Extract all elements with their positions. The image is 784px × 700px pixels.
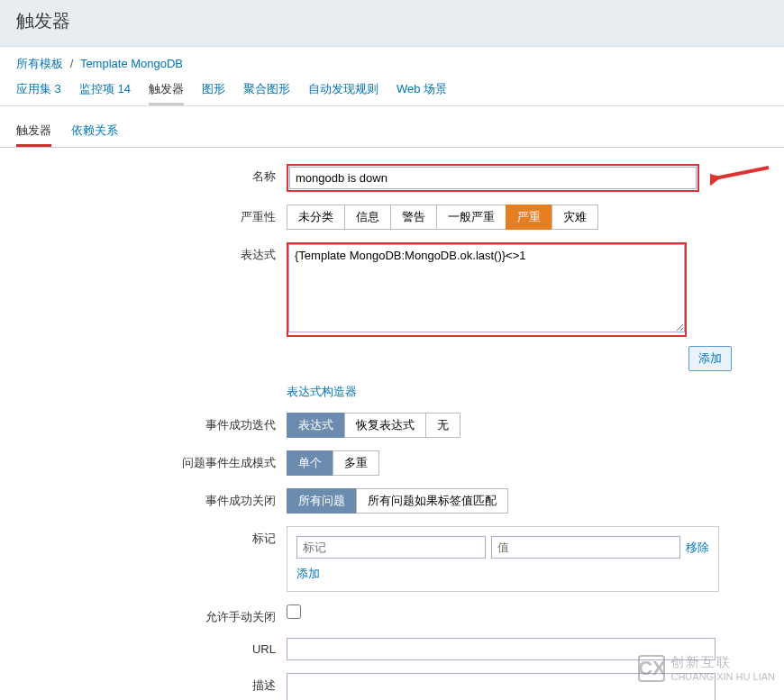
severity-opt-3[interactable]: 一般严重 <box>436 205 506 230</box>
severity-opt-0[interactable]: 未分类 <box>287 205 345 230</box>
name-highlight <box>287 164 699 192</box>
nav-web[interactable]: Web 场景 <box>397 81 447 105</box>
severity-opt-2[interactable]: 警告 <box>390 205 437 230</box>
label-desc: 描述 <box>16 673 287 694</box>
event-ok-iter-segmented: 表达式 恢复表达式 无 <box>287 413 460 438</box>
event-ok-close-segmented: 所有问题 所有问题如果标签值匹配 <box>287 488 508 514</box>
label-severity: 严重性 <box>16 205 287 225</box>
severity-opt-1[interactable]: 信息 <box>344 205 391 230</box>
event-ok-close-0[interactable]: 所有问题 <box>287 488 357 514</box>
event-ok-iter-0[interactable]: 表达式 <box>287 413 345 438</box>
problem-mode-segmented: 单个 多重 <box>287 450 379 476</box>
tag-remove-link[interactable]: 移除 <box>686 540 709 556</box>
breadcrumb-template[interactable]: Template MongoDB <box>80 57 183 70</box>
nav-triggers[interactable]: 触发器 <box>149 81 184 105</box>
annotation-arrow-icon <box>710 162 773 186</box>
svg-line-0 <box>715 168 769 178</box>
sub-tabs: 触发器 依赖关系 <box>0 106 784 148</box>
event-ok-iter-1[interactable]: 恢复表达式 <box>344 413 426 438</box>
tag-value-input[interactable] <box>491 536 680 559</box>
label-tags: 标记 <box>16 526 287 547</box>
page-title: 触发器 <box>16 9 768 33</box>
event-ok-close-1[interactable]: 所有问题如果标签值匹配 <box>356 488 508 514</box>
watermark: CX 创新互联 CHUANG XIN HU LIAN <box>638 654 775 682</box>
tag-name-input[interactable] <box>296 536 486 559</box>
watermark-logo-icon: CX <box>638 655 665 682</box>
expr-highlight <box>287 242 687 337</box>
nav-screens[interactable]: 聚合图形 <box>243 81 290 105</box>
allow-manual-checkbox[interactable] <box>287 605 301 619</box>
nav-links: 应用集 3 监控项 14 触发器 图形 聚合图形 自动发现规则 Web 场景 <box>16 81 768 105</box>
nav-apps[interactable]: 应用集 3 <box>16 81 61 105</box>
breadcrumb-sep: / <box>70 57 74 70</box>
label-allow-manual: 允许手动关闭 <box>16 605 287 625</box>
breadcrumb-all-templates[interactable]: 所有模板 <box>16 57 63 70</box>
watermark-brand: 创新互联 <box>670 654 775 671</box>
label-url: URL <box>16 638 287 656</box>
label-problem-mode: 问题事件生成模式 <box>16 450 287 471</box>
nav-items[interactable]: 监控项 14 <box>79 81 131 105</box>
breadcrumb: 所有模板 / Template MongoDB <box>16 56 768 72</box>
label-event-ok-iter: 事件成功迭代 <box>16 413 287 433</box>
label-name: 名称 <box>16 164 287 185</box>
expression-textarea[interactable] <box>288 244 685 332</box>
trigger-form: 名称 严重性 未分类 信息 警告 一般严重 严重 灾难 表达式 <box>0 148 784 700</box>
subtab-trigger[interactable]: 触发器 <box>16 117 51 147</box>
expr-builder-link[interactable]: 表达式构造器 <box>287 384 357 400</box>
label-expr: 表达式 <box>16 242 287 263</box>
subtab-deps[interactable]: 依赖关系 <box>71 117 118 144</box>
page-header: 触发器 <box>0 0 784 47</box>
problem-mode-0[interactable]: 单个 <box>287 450 333 476</box>
watermark-sub: CHUANG XIN HU LIAN <box>670 671 775 682</box>
nav-bar: 所有模板 / Template MongoDB 应用集 3 监控项 14 触发器… <box>0 47 784 106</box>
severity-opt-4[interactable]: 严重 <box>506 205 552 230</box>
event-ok-iter-2[interactable]: 无 <box>425 413 460 438</box>
tags-container: 移除 添加 <box>287 526 719 592</box>
severity-opt-5[interactable]: 灾难 <box>552 205 598 230</box>
problem-mode-1[interactable]: 多重 <box>333 450 379 476</box>
name-input[interactable] <box>289 167 697 189</box>
nav-discovery[interactable]: 自动发现规则 <box>308 81 378 105</box>
severity-segmented: 未分类 信息 警告 一般严重 严重 灾难 <box>287 205 598 230</box>
expr-add-button[interactable]: 添加 <box>688 346 732 371</box>
tag-add-link[interactable]: 添加 <box>296 567 320 580</box>
nav-graphs[interactable]: 图形 <box>202 81 225 105</box>
label-event-ok-close: 事件成功关闭 <box>16 488 287 509</box>
